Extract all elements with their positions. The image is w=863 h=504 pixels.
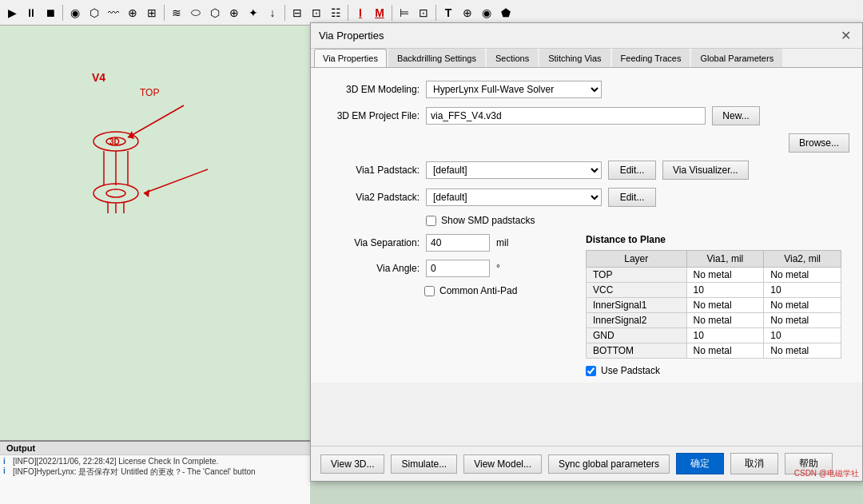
toolbar-icon-24[interactable]: ◉ [478, 4, 495, 22]
toolbar-icon-18[interactable]: I [352, 4, 369, 22]
table-header-layer: Layer [587, 251, 687, 268]
em-modeling-label: 3D EM Modeling: [324, 84, 420, 95]
dialog-titlebar: Via Properties ✕ [311, 23, 862, 49]
table-cell-via1-5: No metal [686, 343, 764, 359]
toolbar-sep-3 [284, 5, 285, 21]
table-cell-via2-4: 10 [764, 328, 841, 343]
table-cell-layer-5: BOTTOM [587, 343, 687, 359]
toolbar-icon-20[interactable]: ⊨ [396, 4, 413, 22]
toolbar-icon-22[interactable]: T [439, 4, 457, 22]
toolbar-icon-23[interactable]: ⊕ [459, 4, 476, 22]
use-padstack-checkbox[interactable] [586, 366, 596, 376]
dialog-title: Via Properties [319, 30, 384, 42]
view3d-button[interactable]: View 3D... [320, 454, 384, 474]
common-anti-pad-checkbox[interactable] [424, 286, 435, 296]
via-diagram: V4 TOP 3D [48, 65, 272, 225]
use-padstack-row: Use Padstack [586, 365, 849, 376]
ok-button[interactable]: 确定 [676, 453, 724, 474]
via1-padstack-select[interactable]: [default] [426, 161, 602, 179]
em-project-label: 3D EM Project File: [324, 110, 420, 121]
output-title: Output [0, 442, 310, 455]
toolbar-icon-12[interactable]: ⊕ [225, 4, 243, 22]
toolbar-icon-25[interactable]: ⬟ [497, 4, 515, 22]
toolbar-icon-4[interactable]: ◉ [66, 4, 84, 22]
via1-edit-button[interactable]: Edit... [608, 161, 656, 180]
via-separation-label: Via Separation: [324, 237, 420, 248]
common-anti-pad-row: Common Anti-Pad [324, 285, 573, 296]
cancel-button[interactable]: 取消 [730, 453, 778, 474]
toolbar-icon-11[interactable]: ⬡ [206, 4, 224, 22]
toolbar-icon-21[interactable]: ⊡ [415, 4, 432, 22]
table-cell-layer-2: InnerSignal1 [587, 298, 687, 313]
via1-padstack-row: Via1 Padstack: [default] Edit... Via Vis… [324, 161, 849, 180]
toolbar-icon-17[interactable]: ☷ [327, 4, 344, 22]
right-col: Distance to Plane Layer Via1, mil Via2, … [586, 234, 849, 376]
toolbar-icon-2[interactable]: ⏸ [22, 4, 40, 22]
em-project-input[interactable] [426, 107, 706, 125]
via-visualizer-button[interactable]: Via Visualizer... [662, 161, 749, 180]
show-smd-label: Show SMD padstacks [441, 215, 535, 226]
tab-global-parameters[interactable]: Global Parameters [691, 49, 782, 67]
via-angle-input[interactable] [426, 260, 490, 277]
browse-button[interactable]: Browse... [789, 133, 849, 153]
via-separation-row: Via Separation: mil [324, 234, 573, 252]
output-text-2: [INFO]HyperLynx: 是否保存对 Untitled 的更改？- Th… [13, 466, 256, 478]
toolbar-icon-15[interactable]: ⊟ [288, 4, 306, 22]
toolbar-icon-10[interactable]: ⬭ [187, 4, 205, 22]
sync-button[interactable]: Sync global parameters [548, 454, 670, 474]
table-cell-via2-3: No metal [764, 313, 841, 328]
table-row: VCC1010 [587, 283, 841, 298]
tab-sections[interactable]: Sections [487, 49, 538, 67]
toolbar-sep-6 [435, 5, 436, 21]
toolbar-icon-5[interactable]: ⬡ [86, 4, 103, 22]
tab-stitching-vias[interactable]: Stitching Vias [539, 49, 610, 67]
toolbar-icon-16[interactable]: ⊡ [308, 4, 325, 22]
toolbar-sep-2 [164, 5, 165, 21]
via-properties-dialog: Via Properties ✕ Via Properties Backdril… [310, 22, 863, 482]
new-button[interactable]: New... [712, 106, 760, 125]
table-cell-via2-2: No metal [764, 298, 841, 313]
via-separation-input[interactable] [426, 234, 490, 252]
toolbar-icon-8[interactable]: ⊞ [143, 4, 161, 22]
toolbar-icon-19[interactable]: M [371, 4, 388, 22]
via2-padstack-row: Via2 Padstack: [default] Edit... [324, 188, 849, 207]
toolbar-icon-7[interactable]: ⊕ [124, 4, 141, 22]
table-row: TOPNo metalNo metal [587, 268, 841, 283]
table-row: InnerSignal2No metalNo metal [587, 313, 841, 328]
two-col-section: Via Separation: mil Via Angle: ° Common … [324, 234, 849, 376]
left-col: Via Separation: mil Via Angle: ° Common … [324, 234, 573, 376]
em-modeling-select[interactable]: HyperLynx Full-Wave Solver [426, 81, 602, 98]
info-icon-1: i [3, 457, 11, 466]
tab-via-properties[interactable]: Via Properties [314, 49, 387, 67]
dialog-tabs: Via Properties Backdrilling Settings Sec… [311, 49, 862, 68]
common-anti-pad-label: Common Anti-Pad [439, 285, 517, 296]
toolbar-sep-4 [348, 5, 348, 21]
show-smd-checkbox[interactable] [426, 216, 436, 226]
table-cell-layer-4: GND [587, 328, 687, 343]
simulate-button[interactable]: Simulate... [391, 454, 457, 474]
toolbar-icon-13[interactable]: ✦ [245, 4, 262, 22]
view-model-button[interactable]: View Model... [463, 454, 542, 474]
toolbar-icon-6[interactable]: 〰 [105, 4, 122, 22]
svg-point-11 [106, 189, 125, 197]
table-row: InnerSignal1No metalNo metal [587, 298, 841, 313]
table-cell-layer-3: InnerSignal2 [587, 313, 687, 328]
table-cell-via2-1: 10 [764, 283, 841, 298]
table-header-via2: Via2, mil [764, 251, 841, 268]
toolbar-play-icon[interactable]: ▶ [3, 4, 21, 22]
table-cell-via1-3: No metal [686, 313, 764, 328]
via2-edit-button[interactable]: Edit... [608, 188, 656, 207]
tab-backdrilling-settings[interactable]: Backdrilling Settings [388, 49, 485, 67]
dialog-close-button[interactable]: ✕ [837, 28, 854, 43]
via2-padstack-select[interactable]: [default] [426, 189, 602, 206]
toolbar-icon-3[interactable]: ⏹ [42, 4, 59, 22]
em-modeling-row: 3D EM Modeling: HyperLynx Full-Wave Solv… [324, 81, 849, 98]
tab-feeding-traces[interactable]: Feeding Traces [612, 49, 690, 67]
toolbar-icon-9[interactable]: ≋ [168, 4, 185, 22]
table-row: GND1010 [587, 328, 841, 343]
watermark: CSDN @电磁学社 [794, 468, 859, 479]
via-angle-label: Via Angle: [324, 263, 420, 274]
toolbar-icon-14[interactable]: ↓ [264, 4, 281, 22]
table-cell-via1-2: No metal [686, 298, 764, 313]
info-icon-2: i [3, 466, 11, 475]
